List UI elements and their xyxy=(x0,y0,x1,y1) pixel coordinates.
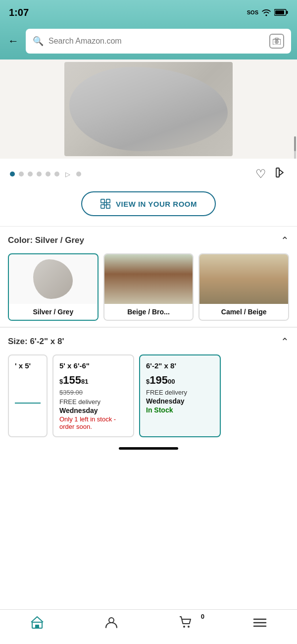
image-dots: ▷ xyxy=(10,171,81,177)
dot-6[interactable] xyxy=(54,172,59,176)
view-room-label: VIEW IN YOUR ROOM xyxy=(116,200,197,208)
price-main-medium: 155 xyxy=(63,374,81,387)
nav-cart[interactable]: 0 xyxy=(171,616,200,632)
swatch-silver-grey[interactable]: Silver / Grey xyxy=(8,253,99,321)
camera-icon[interactable] xyxy=(269,34,284,49)
price-dollar-medium: $ xyxy=(59,378,63,385)
video-dot[interactable]: ▷ xyxy=(63,171,72,177)
size-name-small: ' x 5' xyxy=(15,361,41,370)
size-section-header: Size: 6'-2" x 8' ⌃ xyxy=(8,336,289,348)
delivery-day-medium: Wednesday xyxy=(59,407,127,414)
svg-rect-8 xyxy=(101,199,104,203)
scroll-thumb xyxy=(294,136,296,151)
color-selected-value: Silver / Grey xyxy=(35,235,84,245)
dot-7[interactable] xyxy=(76,172,81,176)
product-image xyxy=(64,62,233,156)
stock-medium: Only 1 left in stock - order soon. xyxy=(59,415,127,430)
size-card-large[interactable]: 6'-2" x 8' $ 195 00 FREE delivery Wednes… xyxy=(139,354,221,437)
home-icon xyxy=(30,616,44,632)
size-chevron[interactable]: ⌃ xyxy=(281,336,289,348)
dot-4[interactable] xyxy=(37,172,42,176)
wishlist-icon[interactable]: ♡ xyxy=(255,167,266,181)
size-name-medium: 5' x 6'-6" xyxy=(59,361,127,370)
cart-badge: 0 xyxy=(201,613,204,620)
account-icon xyxy=(105,616,118,632)
delivery-medium: FREE delivery xyxy=(59,398,127,406)
rug-image xyxy=(69,67,228,151)
price-cents-medium: 81 xyxy=(81,378,88,385)
color-section: Color: Silver / Grey ⌃ Silver / Grey Bei… xyxy=(0,227,297,327)
swatch-label-silver: Silver / Grey xyxy=(9,304,98,320)
cart-icon xyxy=(179,616,193,632)
svg-rect-1 xyxy=(287,11,288,14)
back-icon: ← xyxy=(8,35,19,47)
price-main-large: 195 xyxy=(149,374,168,387)
color-chevron[interactable]: ⌃ xyxy=(281,234,289,246)
svg-rect-9 xyxy=(106,199,110,203)
dot-2[interactable] xyxy=(19,172,24,176)
color-swatches: Silver / Grey Beige / Bro... Camel / Bei… xyxy=(8,253,289,321)
price-original-medium: $359.00 xyxy=(59,389,127,396)
search-icon: 🔍 xyxy=(33,36,44,47)
search-bar-container: ← 🔍 xyxy=(0,25,297,59)
dot-3[interactable] xyxy=(28,172,33,176)
size-card-small[interactable]: ' x 5' xyxy=(8,354,48,437)
sos-indicator: SOS xyxy=(247,9,258,15)
size-price-large: $ 195 00 xyxy=(146,374,214,387)
size-options: ' x 5' 5' x 6'-6" $ 155 81 $359.00 FREE … xyxy=(8,354,289,437)
swatch-label-beige: Beige / Bro... xyxy=(104,304,193,320)
ar-icon xyxy=(100,198,111,209)
svg-rect-14 xyxy=(35,625,39,628)
stock-large: In Stock xyxy=(146,406,214,414)
color-label-text: Color: xyxy=(8,235,35,245)
wifi-icon xyxy=(261,8,271,16)
image-controls: ▷ ♡ xyxy=(0,159,297,189)
status-time: 1:07 xyxy=(9,7,29,18)
rug-swatch-silver xyxy=(33,259,73,299)
room-image-camel xyxy=(199,254,288,304)
dot-5[interactable] xyxy=(46,172,50,176)
nav-account[interactable] xyxy=(97,616,126,632)
product-image-container xyxy=(0,59,297,159)
price-dollar-large: $ xyxy=(146,378,149,385)
size-price-medium: $ 155 81 xyxy=(59,374,127,387)
swatch-image-camel xyxy=(199,254,288,304)
svg-point-16 xyxy=(183,626,185,628)
nav-home[interactable] xyxy=(22,616,52,632)
size-selected-value: 6'-2" x 8' xyxy=(30,337,64,346)
search-input[interactable] xyxy=(49,37,264,46)
delivery-day-large: Wednesday xyxy=(146,397,214,405)
svg-point-15 xyxy=(109,618,114,623)
scroll-indicator[interactable] xyxy=(294,136,296,159)
svg-point-17 xyxy=(188,626,190,628)
search-box[interactable]: 🔍 xyxy=(26,29,291,54)
view-in-room-button[interactable]: VIEW IN YOUR ROOM xyxy=(81,191,216,216)
svg-rect-2 xyxy=(275,10,284,14)
svg-point-12 xyxy=(104,202,107,205)
price-cents-large: 00 xyxy=(168,378,175,385)
size-card-medium[interactable]: 5' x 6'-6" $ 155 81 $359.00 FREE deliver… xyxy=(52,354,134,437)
status-icons: SOS xyxy=(247,8,288,16)
svg-rect-7 xyxy=(276,168,279,177)
status-bar: 1:07 SOS xyxy=(0,0,297,25)
nav-menu[interactable] xyxy=(245,616,275,632)
room-image-beige xyxy=(104,254,193,304)
menu-icon xyxy=(253,616,267,632)
swatch-beige-brown[interactable]: Beige / Bro... xyxy=(103,253,194,321)
swatch-image-silver xyxy=(9,254,98,304)
svg-rect-10 xyxy=(101,205,104,208)
size-label-text: Size: xyxy=(8,337,30,346)
svg-rect-11 xyxy=(106,205,110,208)
size-section: Size: 6'-2" x 8' ⌃ ' x 5' 5' x 6'-6" $ 1… xyxy=(0,327,297,443)
share-icon[interactable] xyxy=(275,167,287,181)
back-button[interactable]: ← xyxy=(6,33,21,50)
svg-point-6 xyxy=(276,41,277,43)
swatch-camel-beige[interactable]: Camel / Beige xyxy=(198,253,289,321)
view-room-container: VIEW IN YOUR ROOM xyxy=(0,189,297,226)
size-label: Size: 6'-2" x 8' xyxy=(8,337,64,347)
color-section-header: Color: Silver / Grey ⌃ xyxy=(8,234,289,246)
home-bar xyxy=(119,447,178,450)
dot-1[interactable] xyxy=(10,172,15,176)
color-label: Color: Silver / Grey xyxy=(8,235,84,245)
swatch-label-camel: Camel / Beige xyxy=(199,304,288,320)
